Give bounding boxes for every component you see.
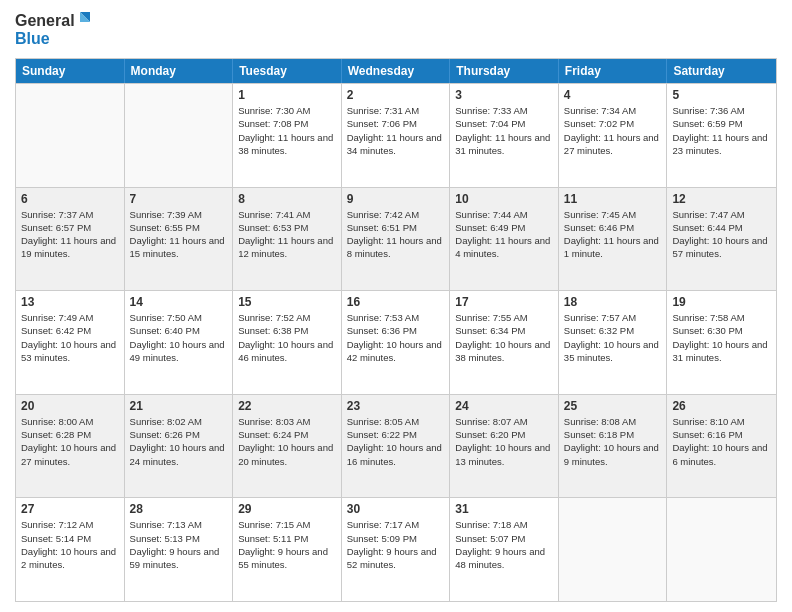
cell-info: Sunrise: 8:10 AM Sunset: 6:16 PM Dayligh… [672, 415, 771, 468]
day-header-wednesday: Wednesday [342, 59, 451, 83]
logo: GeneralBlue [15, 10, 95, 50]
cell-day-number: 7 [130, 192, 228, 206]
calendar-cell-2-3: 16Sunrise: 7:53 AM Sunset: 6:36 PM Dayli… [342, 291, 451, 394]
cell-info: Sunrise: 7:12 AM Sunset: 5:14 PM Dayligh… [21, 518, 119, 571]
cell-info: Sunrise: 7:45 AM Sunset: 6:46 PM Dayligh… [564, 208, 662, 261]
cell-day-number: 8 [238, 192, 336, 206]
day-header-saturday: Saturday [667, 59, 776, 83]
calendar-cell-0-4: 3Sunrise: 7:33 AM Sunset: 7:04 PM Daylig… [450, 84, 559, 187]
calendar-cell-4-1: 28Sunrise: 7:13 AM Sunset: 5:13 PM Dayli… [125, 498, 234, 601]
day-header-sunday: Sunday [16, 59, 125, 83]
cell-day-number: 31 [455, 502, 553, 516]
calendar-cell-0-6: 5Sunrise: 7:36 AM Sunset: 6:59 PM Daylig… [667, 84, 776, 187]
calendar-cell-4-3: 30Sunrise: 7:17 AM Sunset: 5:09 PM Dayli… [342, 498, 451, 601]
calendar-body: 1Sunrise: 7:30 AM Sunset: 7:08 PM Daylig… [16, 83, 776, 601]
cell-day-number: 17 [455, 295, 553, 309]
cell-day-number: 4 [564, 88, 662, 102]
calendar-cell-3-3: 23Sunrise: 8:05 AM Sunset: 6:22 PM Dayli… [342, 395, 451, 498]
calendar-cell-2-6: 19Sunrise: 7:58 AM Sunset: 6:30 PM Dayli… [667, 291, 776, 394]
day-header-thursday: Thursday [450, 59, 559, 83]
calendar-header: SundayMondayTuesdayWednesdayThursdayFrid… [16, 59, 776, 83]
calendar-row-2: 13Sunrise: 7:49 AM Sunset: 6:42 PM Dayli… [16, 290, 776, 394]
cell-info: Sunrise: 7:31 AM Sunset: 7:06 PM Dayligh… [347, 104, 445, 157]
cell-info: Sunrise: 8:07 AM Sunset: 6:20 PM Dayligh… [455, 415, 553, 468]
cell-day-number: 1 [238, 88, 336, 102]
calendar-cell-0-1 [125, 84, 234, 187]
calendar-cell-2-1: 14Sunrise: 7:50 AM Sunset: 6:40 PM Dayli… [125, 291, 234, 394]
cell-info: Sunrise: 7:33 AM Sunset: 7:04 PM Dayligh… [455, 104, 553, 157]
generalblue-logo: GeneralBlue [15, 10, 95, 50]
cell-info: Sunrise: 7:58 AM Sunset: 6:30 PM Dayligh… [672, 311, 771, 364]
cell-info: Sunrise: 7:52 AM Sunset: 6:38 PM Dayligh… [238, 311, 336, 364]
cell-day-number: 24 [455, 399, 553, 413]
cell-info: Sunrise: 7:49 AM Sunset: 6:42 PM Dayligh… [21, 311, 119, 364]
cell-info: Sunrise: 7:36 AM Sunset: 6:59 PM Dayligh… [672, 104, 771, 157]
cell-info: Sunrise: 7:50 AM Sunset: 6:40 PM Dayligh… [130, 311, 228, 364]
calendar-cell-2-0: 13Sunrise: 7:49 AM Sunset: 6:42 PM Dayli… [16, 291, 125, 394]
day-header-friday: Friday [559, 59, 668, 83]
cell-day-number: 9 [347, 192, 445, 206]
calendar-cell-4-6 [667, 498, 776, 601]
cell-info: Sunrise: 7:17 AM Sunset: 5:09 PM Dayligh… [347, 518, 445, 571]
calendar: SundayMondayTuesdayWednesdayThursdayFrid… [15, 58, 777, 602]
cell-info: Sunrise: 7:55 AM Sunset: 6:34 PM Dayligh… [455, 311, 553, 364]
cell-day-number: 18 [564, 295, 662, 309]
cell-info: Sunrise: 8:00 AM Sunset: 6:28 PM Dayligh… [21, 415, 119, 468]
cell-info: Sunrise: 7:18 AM Sunset: 5:07 PM Dayligh… [455, 518, 553, 571]
calendar-cell-0-2: 1Sunrise: 7:30 AM Sunset: 7:08 PM Daylig… [233, 84, 342, 187]
calendar-cell-1-4: 10Sunrise: 7:44 AM Sunset: 6:49 PM Dayli… [450, 188, 559, 291]
cell-info: Sunrise: 7:39 AM Sunset: 6:55 PM Dayligh… [130, 208, 228, 261]
calendar-cell-4-4: 31Sunrise: 7:18 AM Sunset: 5:07 PM Dayli… [450, 498, 559, 601]
svg-text:Blue: Blue [15, 30, 50, 47]
svg-text:General: General [15, 12, 75, 29]
cell-day-number: 22 [238, 399, 336, 413]
cell-info: Sunrise: 7:15 AM Sunset: 5:11 PM Dayligh… [238, 518, 336, 571]
cell-day-number: 3 [455, 88, 553, 102]
calendar-cell-3-5: 25Sunrise: 8:08 AM Sunset: 6:18 PM Dayli… [559, 395, 668, 498]
cell-day-number: 25 [564, 399, 662, 413]
cell-day-number: 28 [130, 502, 228, 516]
cell-info: Sunrise: 8:03 AM Sunset: 6:24 PM Dayligh… [238, 415, 336, 468]
calendar-cell-4-2: 29Sunrise: 7:15 AM Sunset: 5:11 PM Dayli… [233, 498, 342, 601]
cell-info: Sunrise: 7:57 AM Sunset: 6:32 PM Dayligh… [564, 311, 662, 364]
calendar-cell-0-3: 2Sunrise: 7:31 AM Sunset: 7:06 PM Daylig… [342, 84, 451, 187]
calendar-cell-1-6: 12Sunrise: 7:47 AM Sunset: 6:44 PM Dayli… [667, 188, 776, 291]
cell-info: Sunrise: 7:30 AM Sunset: 7:08 PM Dayligh… [238, 104, 336, 157]
page-header: GeneralBlue [15, 10, 777, 50]
cell-info: Sunrise: 8:08 AM Sunset: 6:18 PM Dayligh… [564, 415, 662, 468]
calendar-cell-2-2: 15Sunrise: 7:52 AM Sunset: 6:38 PM Dayli… [233, 291, 342, 394]
calendar-cell-4-0: 27Sunrise: 7:12 AM Sunset: 5:14 PM Dayli… [16, 498, 125, 601]
cell-day-number: 5 [672, 88, 771, 102]
cell-info: Sunrise: 7:41 AM Sunset: 6:53 PM Dayligh… [238, 208, 336, 261]
cell-info: Sunrise: 7:47 AM Sunset: 6:44 PM Dayligh… [672, 208, 771, 261]
calendar-cell-3-0: 20Sunrise: 8:00 AM Sunset: 6:28 PM Dayli… [16, 395, 125, 498]
cell-day-number: 12 [672, 192, 771, 206]
cell-day-number: 6 [21, 192, 119, 206]
calendar-cell-3-1: 21Sunrise: 8:02 AM Sunset: 6:26 PM Dayli… [125, 395, 234, 498]
cell-info: Sunrise: 7:42 AM Sunset: 6:51 PM Dayligh… [347, 208, 445, 261]
calendar-row-1: 6Sunrise: 7:37 AM Sunset: 6:57 PM Daylig… [16, 187, 776, 291]
cell-day-number: 21 [130, 399, 228, 413]
calendar-page: GeneralBlue SundayMondayTuesdayWednesday… [0, 0, 792, 612]
calendar-cell-1-5: 11Sunrise: 7:45 AM Sunset: 6:46 PM Dayli… [559, 188, 668, 291]
cell-day-number: 11 [564, 192, 662, 206]
calendar-cell-0-5: 4Sunrise: 7:34 AM Sunset: 7:02 PM Daylig… [559, 84, 668, 187]
cell-info: Sunrise: 7:34 AM Sunset: 7:02 PM Dayligh… [564, 104, 662, 157]
cell-info: Sunrise: 8:02 AM Sunset: 6:26 PM Dayligh… [130, 415, 228, 468]
cell-day-number: 30 [347, 502, 445, 516]
cell-info: Sunrise: 7:13 AM Sunset: 5:13 PM Dayligh… [130, 518, 228, 571]
calendar-cell-0-0 [16, 84, 125, 187]
calendar-cell-4-5 [559, 498, 668, 601]
calendar-cell-1-2: 8Sunrise: 7:41 AM Sunset: 6:53 PM Daylig… [233, 188, 342, 291]
cell-info: Sunrise: 7:44 AM Sunset: 6:49 PM Dayligh… [455, 208, 553, 261]
calendar-cell-3-2: 22Sunrise: 8:03 AM Sunset: 6:24 PM Dayli… [233, 395, 342, 498]
calendar-cell-2-5: 18Sunrise: 7:57 AM Sunset: 6:32 PM Dayli… [559, 291, 668, 394]
cell-day-number: 27 [21, 502, 119, 516]
cell-day-number: 26 [672, 399, 771, 413]
calendar-row-3: 20Sunrise: 8:00 AM Sunset: 6:28 PM Dayli… [16, 394, 776, 498]
cell-day-number: 19 [672, 295, 771, 309]
calendar-cell-1-0: 6Sunrise: 7:37 AM Sunset: 6:57 PM Daylig… [16, 188, 125, 291]
calendar-row-4: 27Sunrise: 7:12 AM Sunset: 5:14 PM Dayli… [16, 497, 776, 601]
cell-info: Sunrise: 8:05 AM Sunset: 6:22 PM Dayligh… [347, 415, 445, 468]
cell-day-number: 13 [21, 295, 119, 309]
